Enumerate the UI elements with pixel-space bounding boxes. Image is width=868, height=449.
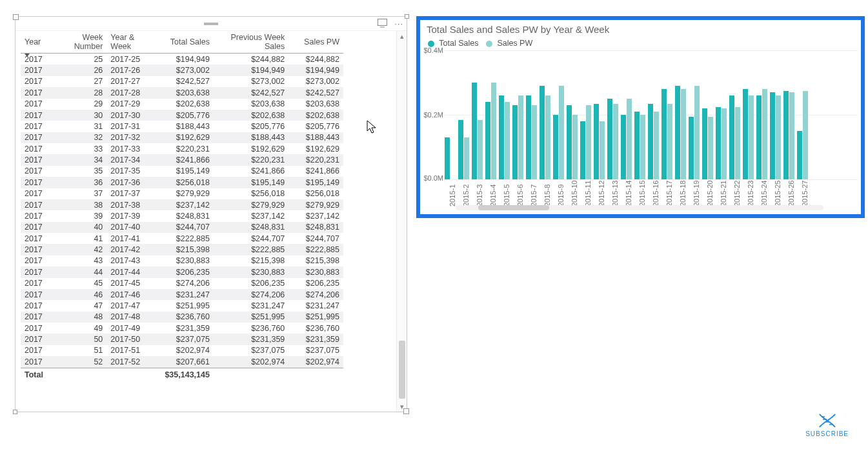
focus-mode-icon[interactable] — [378, 19, 387, 30]
bar-total-sales[interactable] — [594, 104, 599, 180]
table-row[interactable]: 2017312017-31$188,443$205,776$205,776 — [21, 121, 343, 132]
table-row[interactable]: 2017252017-25$194,949$244,882$244,882 — [21, 54, 343, 65]
table-row[interactable]: 2017402017-40$244,707$248,831$248,831 — [21, 222, 343, 233]
bar-total-sales[interactable] — [526, 95, 531, 179]
bar-sales-pw[interactable] — [532, 105, 537, 179]
scroll-thumb[interactable] — [399, 341, 405, 399]
bar-total-sales[interactable] — [756, 95, 762, 179]
bar-group[interactable] — [797, 91, 808, 180]
bar-group[interactable] — [499, 95, 510, 179]
bar-sales-pw[interactable] — [654, 112, 659, 179]
vertical-scrollbar[interactable]: ▴ ▾ — [396, 31, 407, 412]
table-visual[interactable]: ··· Year Week Number Year & Week Total S… — [15, 16, 407, 412]
scroll-up-icon[interactable]: ▴ — [397, 31, 407, 41]
bar-total-sales[interactable] — [702, 108, 707, 179]
table-row[interactable]: 2017382017-38$237,142$279,929$279,929 — [21, 199, 343, 210]
bar-group[interactable] — [689, 86, 700, 179]
bar-sales-pw[interactable] — [640, 115, 645, 179]
subscribe-badge[interactable]: SUBSCRIBE — [805, 413, 849, 437]
bar-group[interactable] — [702, 108, 713, 179]
bar-sales-pw[interactable] — [803, 91, 808, 180]
bar-group[interactable] — [567, 105, 578, 179]
bar-sales-pw[interactable] — [681, 89, 686, 179]
table-row[interactable]: 2017362017-36$256,018$195,149$195,149 — [21, 177, 343, 188]
col-pws[interactable]: Previous Week Sales — [214, 31, 288, 54]
bar-group[interactable] — [485, 83, 496, 179]
bar-group[interactable] — [540, 86, 550, 179]
bar-sales-pw[interactable] — [505, 102, 510, 179]
h-scroll-thumb[interactable] — [478, 205, 549, 210]
bar-total-sales[interactable] — [512, 105, 518, 179]
table-row[interactable]: 2017492017-49$231,359$236,760$236,760 — [21, 323, 343, 334]
col-year[interactable]: Year — [21, 31, 54, 54]
bar-total-sales[interactable] — [580, 121, 585, 179]
table-row[interactable]: 2017342017-34$241,866$220,231$220,231 — [21, 154, 343, 165]
bar-total-sales[interactable] — [770, 92, 775, 179]
table-row[interactable]: 2017262017-26$273,002$194,949$194,949 — [21, 65, 343, 75]
bar-sales-pw[interactable] — [722, 108, 727, 179]
table-row[interactable]: 2017522017-52$207,661$202,974$202,974 — [21, 356, 343, 368]
table-row[interactable]: 2017512017-51$202,974$237,075$237,075 — [21, 345, 343, 356]
bar-total-sales[interactable] — [716, 107, 721, 180]
bar-sales-pw[interactable] — [627, 99, 632, 179]
table-row[interactable]: 2017442017-44$206,235$230,883$230,883 — [21, 266, 343, 277]
col-week[interactable]: Week Number — [54, 31, 107, 54]
bar-sales-pw[interactable] — [478, 120, 483, 180]
bar-total-sales[interactable] — [540, 86, 545, 179]
bar-group[interactable] — [783, 91, 794, 180]
bar-group[interactable] — [729, 95, 740, 179]
table-row[interactable]: 2017412017-41$222,885$244,707$244,707 — [21, 233, 343, 244]
bar-sales-pw[interactable] — [735, 107, 740, 180]
col-yw[interactable]: Year & Week — [106, 31, 157, 54]
bar-total-sales[interactable] — [743, 89, 748, 179]
drag-handle-icon[interactable] — [204, 23, 218, 25]
bar-sales-pw[interactable] — [776, 95, 781, 179]
bar-total-sales[interactable] — [607, 99, 612, 179]
bar-sales-pw[interactable] — [667, 104, 672, 180]
bar-group[interactable] — [512, 95, 523, 179]
bar-sales-pw[interactable] — [559, 86, 564, 179]
bar-sales-pw[interactable] — [545, 95, 550, 179]
legend-label-2[interactable]: Sales PW — [497, 39, 532, 48]
bar-group[interactable] — [634, 112, 645, 179]
bar-total-sales[interactable] — [458, 120, 463, 180]
bar-total-sales[interactable] — [634, 112, 640, 179]
bar-sales-pw[interactable] — [789, 92, 794, 179]
bar-total-sales[interactable] — [729, 95, 734, 179]
table-row[interactable]: 2017392017-39$248,831$237,142$237,142 — [21, 210, 343, 221]
table-row[interactable]: 2017502017-50$237,075$231,359$231,359 — [21, 334, 343, 344]
table-row[interactable]: 2017462017-46$231,247$274,206$274,206 — [21, 289, 343, 300]
bar-group[interactable] — [607, 99, 618, 179]
table-row[interactable]: 2017302017-30$205,776$202,638$202,638 — [21, 110, 343, 121]
bar-group[interactable] — [621, 99, 632, 179]
bar-sales-pw[interactable] — [491, 83, 496, 179]
bar-total-sales[interactable] — [499, 95, 504, 179]
bar-sales-pw[interactable] — [694, 86, 700, 179]
table-row[interactable]: 2017432017-43$230,883$215,398$215,398 — [21, 255, 343, 266]
table-row[interactable]: 2017372017-37$279,929$256,018$256,018 — [21, 188, 343, 199]
table-row[interactable]: 2017272017-27$242,527$273,002$273,002 — [21, 76, 343, 87]
bar-total-sales[interactable] — [567, 105, 572, 179]
bar-sales-pw[interactable] — [518, 95, 523, 179]
table-row[interactable]: 2017322017-32$192,629$188,443$188,443 — [21, 132, 343, 143]
scroll-down-icon[interactable]: ▾ — [397, 401, 407, 412]
bar-sales-pw[interactable] — [464, 137, 469, 179]
bar-total-sales[interactable] — [445, 137, 450, 179]
bar-group[interactable] — [675, 86, 686, 179]
table-row[interactable]: 2017282017-28$203,638$242,527$242,527 — [21, 87, 343, 98]
bar-group[interactable] — [580, 105, 591, 179]
col-ts[interactable]: Total Sales — [158, 31, 214, 54]
bar-total-sales[interactable] — [675, 86, 680, 179]
bar-group[interactable] — [458, 120, 469, 180]
bar-total-sales[interactable] — [485, 102, 490, 179]
legend-label-1[interactable]: Total Sales — [439, 39, 478, 48]
bar-total-sales[interactable] — [648, 104, 653, 180]
bar-sales-pw[interactable] — [613, 104, 618, 180]
bar-group[interactable] — [445, 137, 456, 179]
bar-sales-pw[interactable] — [762, 89, 767, 179]
table-row[interactable]: 2017482017-48$236,760$251,995$251,995 — [21, 312, 343, 323]
bar-sales-pw[interactable] — [586, 105, 591, 179]
bar-sales-pw[interactable] — [600, 121, 605, 179]
bar-total-sales[interactable] — [783, 91, 789, 180]
chart-visual[interactable]: Total Sales and Sales PW by Year & Week … — [416, 16, 865, 218]
